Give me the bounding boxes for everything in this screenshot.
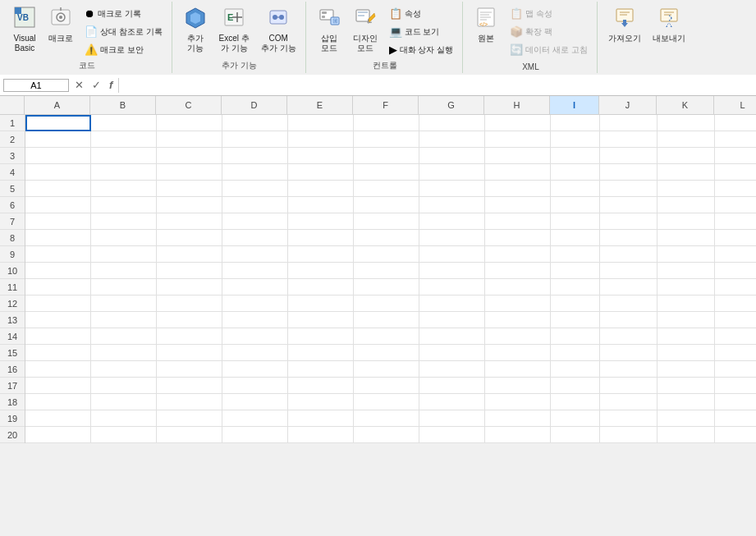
add-feature-button[interactable]: 추가 기능 [179, 3, 212, 56]
cell-I20[interactable] [551, 427, 600, 443]
cell-A18[interactable] [25, 394, 91, 410]
col-header-l[interactable]: L [714, 96, 756, 114]
cell-A3[interactable] [25, 148, 91, 164]
cell-J8[interactable] [600, 230, 657, 246]
cell-E20[interactable] [288, 427, 354, 443]
cell-D18[interactable] [222, 394, 288, 410]
cell-E2[interactable] [288, 131, 354, 148]
row-header-5[interactable]: 5 [0, 181, 25, 197]
cell-L19[interactable] [715, 410, 756, 427]
row-header-16[interactable]: 16 [0, 361, 25, 378]
cell-I19[interactable] [551, 410, 600, 427]
cell-J12[interactable] [600, 295, 657, 312]
cell-K4[interactable] [657, 164, 715, 181]
cell-L17[interactable] [715, 378, 756, 394]
cell-G15[interactable] [419, 345, 485, 361]
cell-F18[interactable] [354, 394, 419, 410]
cell-L14[interactable] [715, 328, 756, 345]
cell-J17[interactable] [600, 378, 657, 394]
col-header-f[interactable]: F [353, 96, 419, 114]
cell-E7[interactable] [288, 213, 354, 230]
cell-J7[interactable] [600, 213, 657, 230]
col-header-j[interactable]: J [599, 96, 657, 114]
cell-G5[interactable] [419, 181, 485, 197]
cell-I15[interactable] [551, 345, 600, 361]
row-header-7[interactable]: 7 [0, 213, 25, 230]
cell-D16[interactable] [222, 361, 288, 378]
cell-H13[interactable] [485, 312, 551, 328]
cell-E16[interactable] [288, 361, 354, 378]
cell-K17[interactable] [657, 378, 715, 394]
row-header-11[interactable]: 11 [0, 279, 25, 295]
cell-H15[interactable] [485, 345, 551, 361]
cell-B19[interactable] [91, 410, 157, 427]
cell-D5[interactable] [222, 181, 288, 197]
cell-B4[interactable] [91, 164, 157, 181]
cell-L13[interactable] [715, 312, 756, 328]
cell-G9[interactable] [419, 246, 485, 263]
col-header-c[interactable]: C [156, 96, 222, 114]
cell-K3[interactable] [657, 148, 715, 164]
cell-F14[interactable] [354, 328, 419, 345]
cell-J14[interactable] [600, 328, 657, 345]
cell-C4[interactable] [157, 164, 222, 181]
cell-B13[interactable] [91, 312, 157, 328]
cell-B16[interactable] [91, 361, 157, 378]
cell-D2[interactable] [222, 131, 288, 148]
cell-G10[interactable] [419, 263, 485, 279]
row-header-3[interactable]: 3 [0, 148, 25, 164]
cell-I14[interactable] [551, 328, 600, 345]
cell-A6[interactable] [25, 197, 91, 213]
cell-H5[interactable] [485, 181, 551, 197]
cell-G3[interactable] [419, 148, 485, 164]
cell-K1[interactable] [657, 115, 715, 131]
cell-I10[interactable] [551, 263, 600, 279]
cell-H20[interactable] [485, 427, 551, 443]
cell-D4[interactable] [222, 164, 288, 181]
cell-H11[interactable] [485, 279, 551, 295]
cell-L15[interactable] [715, 345, 756, 361]
macro-security-button[interactable]: ⚠️ 매크로 보안 [80, 41, 167, 58]
cell-J11[interactable] [600, 279, 657, 295]
corner-cell[interactable] [0, 96, 25, 114]
cell-G14[interactable] [419, 328, 485, 345]
cell-F9[interactable] [354, 246, 419, 263]
cell-I5[interactable] [551, 181, 600, 197]
cell-J13[interactable] [600, 312, 657, 328]
cell-B8[interactable] [91, 230, 157, 246]
expand-pack-button[interactable]: 📦 확장 팩 [506, 23, 592, 40]
cell-D11[interactable] [222, 279, 288, 295]
cell-B5[interactable] [91, 181, 157, 197]
cell-J4[interactable] [600, 164, 657, 181]
row-header-17[interactable]: 17 [0, 378, 25, 394]
cell-H7[interactable] [485, 213, 551, 230]
cell-A12[interactable] [25, 295, 91, 312]
cell-A14[interactable] [25, 328, 91, 345]
cell-A4[interactable] [25, 164, 91, 181]
cell-J16[interactable] [600, 361, 657, 378]
cell-I4[interactable] [551, 164, 600, 181]
cell-C9[interactable] [157, 246, 222, 263]
cell-E11[interactable] [288, 279, 354, 295]
cell-E3[interactable] [288, 148, 354, 164]
cell-A15[interactable] [25, 345, 91, 361]
cell-H1[interactable] [485, 115, 551, 131]
cell-L10[interactable] [715, 263, 756, 279]
confirm-button[interactable]: ✓ [89, 78, 103, 92]
cell-K13[interactable] [657, 312, 715, 328]
row-header-10[interactable]: 10 [0, 263, 25, 279]
name-box[interactable] [3, 79, 69, 92]
cell-H19[interactable] [485, 410, 551, 427]
cell-C17[interactable] [157, 378, 222, 394]
import-button[interactable]: 가져오기 [604, 3, 645, 46]
cell-D19[interactable] [222, 410, 288, 427]
cell-H17[interactable] [485, 378, 551, 394]
cell-I9[interactable] [551, 246, 600, 263]
refresh-data-button[interactable]: 🔄 데이터 새로 고침 [506, 41, 592, 58]
cell-A9[interactable] [25, 246, 91, 263]
cell-I13[interactable] [551, 312, 600, 328]
cell-G1[interactable] [419, 115, 485, 131]
cell-K16[interactable] [657, 361, 715, 378]
cell-J2[interactable] [600, 131, 657, 148]
cell-K15[interactable] [657, 345, 715, 361]
